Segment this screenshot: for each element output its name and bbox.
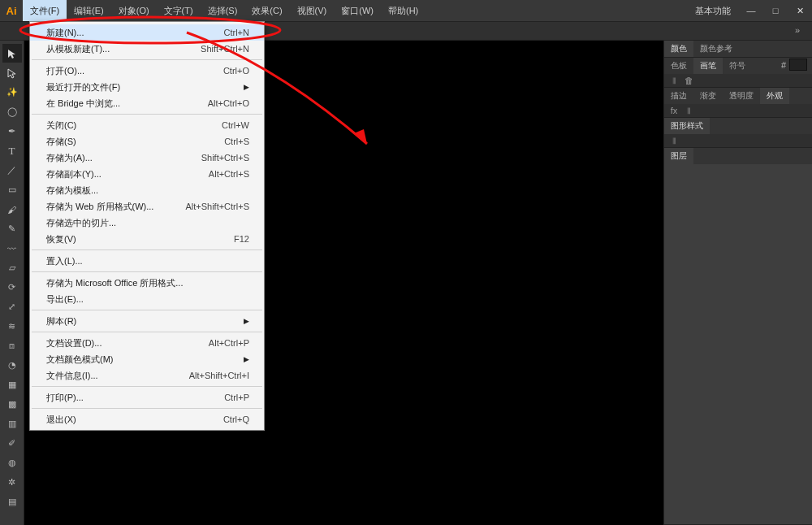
menu-item-21[interactable]: 脚本(R)▶ — [30, 313, 264, 329]
tool-line[interactable]: ／ — [2, 161, 22, 180]
menu-item-0[interactable]: 新建(N)...Ctrl+N — [30, 24, 264, 41]
menu-item-12[interactable]: 存储为 Web 所用格式(W)...Alt+Shift+Ctrl+S — [30, 198, 264, 215]
panel-menu-icon[interactable]: ⦀ — [684, 106, 693, 115]
menu-help[interactable]: 帮助(H) — [381, 0, 425, 21]
panels-collapse-icon[interactable]: » — [789, 24, 806, 36]
menu-item-25[interactable]: 文件信息(I)...Alt+Shift+Ctrl+I — [30, 367, 264, 384]
panel-foot-brushes: ⦀ 🗑 — [664, 74, 812, 87]
menu-separator — [32, 386, 262, 387]
tool-selection[interactable] — [2, 44, 22, 63]
menu-item-27[interactable]: 打印(P)...Ctrl+P — [30, 389, 264, 406]
hex-label: # — [781, 60, 786, 70]
window-max-button[interactable]: □ — [763, 0, 788, 21]
tab-stroke[interactable]: 描边 — [664, 88, 693, 104]
menu-item-11[interactable]: 存储为模板... — [30, 182, 264, 198]
menu-object[interactable]: 对象(O) — [111, 0, 157, 21]
tool-lasso[interactable]: ◯ — [2, 102, 22, 121]
tool-eraser[interactable]: ▱ — [2, 258, 22, 277]
menu-item-23[interactable]: 文档设置(D)...Alt+Ctrl+P — [30, 335, 264, 351]
menu-item-shortcut: Shift+Ctrl+S — [201, 153, 249, 163]
fx-icon[interactable]: fx — [669, 106, 679, 115]
menu-type[interactable]: 文字(T) — [157, 0, 201, 21]
tool-mesh[interactable]: ▩ — [2, 395, 22, 414]
panel-body-layers[interactable] — [664, 164, 812, 524]
tool-pen[interactable]: ✒ — [2, 122, 22, 141]
menu-item-label: 导出(E)... — [46, 293, 249, 306]
tab-graphic-styles[interactable]: 图形样式 — [664, 118, 710, 134]
menu-item-label: 新建(N)... — [46, 27, 224, 39]
menu-item-label: 从模板新建(T)... — [46, 43, 201, 55]
tool-eyedropper[interactable]: ✐ — [2, 434, 22, 453]
trash-icon[interactable]: 🗑 — [684, 76, 693, 85]
menu-file[interactable]: 文件(F) — [23, 0, 67, 21]
menu-item-18[interactable]: 存储为 Microsoft Office 所用格式... — [30, 275, 264, 291]
menu-item-7[interactable]: 关闭(C)Ctrl+W — [30, 117, 264, 133]
menu-item-shortcut: Ctrl+W — [222, 120, 249, 130]
menu-effect[interactable]: 效果(C) — [244, 0, 289, 21]
menu-item-29[interactable]: 退出(X)Ctrl+Q — [30, 411, 264, 427]
menu-item-4[interactable]: 最近打开的文件(F)▶ — [30, 79, 264, 95]
file-dropdown: 新建(N)...Ctrl+N从模板新建(T)...Shift+Ctrl+N打开(… — [29, 21, 265, 431]
menu-item-3[interactable]: 打开(O)...Ctrl+O — [30, 63, 264, 79]
tool-perspective[interactable]: ▦ — [2, 375, 22, 394]
tool-free-transform[interactable]: ⧈ — [2, 336, 22, 355]
tool-type[interactable]: T — [2, 141, 22, 160]
tool-symbol-sprayer[interactable]: ✲ — [2, 473, 22, 492]
tab-brushes[interactable]: 画笔 — [693, 58, 723, 74]
menu-item-13[interactable]: 存储选中的切片... — [30, 215, 264, 231]
tool-blend[interactable]: ◍ — [2, 453, 22, 472]
menu-window[interactable]: 窗口(W) — [334, 0, 381, 21]
tool-gradient[interactable]: ▥ — [2, 414, 22, 433]
menu-separator — [32, 59, 262, 60]
menu-item-9[interactable]: 存储为(A)...Shift+Ctrl+S — [30, 150, 264, 166]
menu-item-label: 存储为(A)... — [46, 152, 201, 164]
tab-appearance[interactable]: 外观 — [760, 88, 789, 104]
tool-width[interactable]: ≋ — [2, 317, 22, 336]
tool-pencil[interactable]: ✎ — [2, 219, 22, 238]
panel-menu-icon[interactable]: ⦀ — [669, 76, 679, 85]
menu-item-16[interactable]: 置入(L)... — [30, 253, 264, 269]
panel-menu-icon[interactable]: ⦀ — [669, 136, 679, 145]
window-min-button[interactable]: — — [739, 0, 763, 21]
submenu-arrow-icon: ▶ — [244, 317, 249, 325]
tab-transparency[interactable]: 透明度 — [723, 88, 760, 104]
menu-separator — [32, 249, 262, 250]
menu-item-19[interactable]: 导出(E)... — [30, 291, 264, 307]
menu-item-shortcut: F12 — [234, 234, 249, 244]
menu-item-5[interactable]: 在 Bridge 中浏览...Alt+Ctrl+O — [30, 95, 264, 111]
tool-scale[interactable]: ⤢ — [2, 297, 22, 316]
menu-item-shortcut: Shift+Ctrl+N — [201, 44, 249, 54]
tool-rotate[interactable]: ⟳ — [2, 278, 22, 297]
tool-blob-brush[interactable]: 〰 — [2, 239, 22, 258]
tool-paint-brush[interactable]: 🖌 — [2, 200, 22, 219]
tab-colour[interactable]: 颜色 — [664, 41, 693, 57]
tool-graph[interactable]: ▤ — [2, 492, 22, 511]
tab-swatches[interactable]: 色板 — [664, 58, 693, 74]
menu-separator — [32, 408, 262, 409]
hex-swatch[interactable] — [789, 59, 807, 71]
window-close-button[interactable]: ✕ — [788, 0, 812, 21]
tool-direct-selection[interactable] — [2, 63, 22, 82]
tab-colour-guide[interactable]: 颜色参考 — [693, 41, 739, 57]
menu-item-8[interactable]: 存储(S)Ctrl+S — [30, 133, 264, 150]
tab-layers[interactable]: 图层 — [664, 148, 693, 164]
menu-item-label: 脚本(R) — [46, 315, 244, 328]
tab-symbols[interactable]: 符号 — [723, 58, 752, 74]
menu-item-24[interactable]: 文档颜色模式(M)▶ — [30, 351, 264, 367]
panel-group-graphic-styles: 图形样式 ⦀ — [664, 118, 812, 148]
tool-shape-builder[interactable]: ◔ — [2, 356, 22, 375]
menu-edit[interactable]: 编辑(E) — [67, 0, 111, 21]
menu-strip: 文件(F) 编辑(E) 对象(O) 文字(T) 选择(S) 效果(C) 视图(V… — [23, 0, 425, 21]
menu-item-1[interactable]: 从模板新建(T)...Shift+Ctrl+N — [30, 41, 264, 57]
title-bar: Ai 文件(F) 编辑(E) 对象(O) 文字(T) 选择(S) 效果(C) 视… — [0, 0, 812, 21]
menu-select[interactable]: 选择(S) — [201, 0, 245, 21]
tab-gradient[interactable]: 渐变 — [693, 88, 723, 104]
toolbar: ✨ ◯ ✒ T ／ ▭ 🖌 ✎ 〰 ▱ ⟳ ⤢ ≋ ⧈ ◔ ▦ ▩ ▥ ✐ ◍ … — [0, 41, 24, 525]
workspace-switcher[interactable]: 基本功能 — [687, 5, 739, 17]
menu-item-14[interactable]: 恢复(V)F12 — [30, 231, 264, 247]
menu-view[interactable]: 视图(V) — [290, 0, 335, 21]
tool-magic-wand[interactable]: ✨ — [2, 83, 22, 102]
menu-item-label: 文件信息(I)... — [46, 370, 189, 382]
tool-rectangle[interactable]: ▭ — [2, 180, 22, 199]
menu-item-10[interactable]: 存储副本(Y)...Alt+Ctrl+S — [30, 166, 264, 182]
